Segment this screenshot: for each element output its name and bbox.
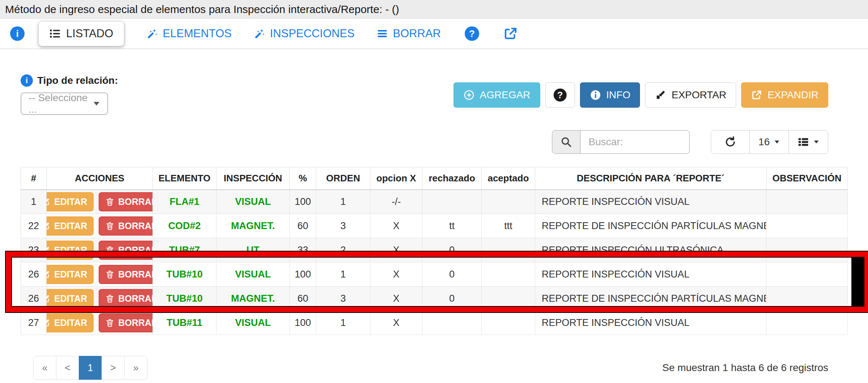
controls-row: i Tipo de relación: -- Seleccione ... AG…: [0, 74, 868, 115]
editar-button[interactable]: EDITAR: [47, 313, 94, 332]
edit-pencil-icon: [47, 294, 51, 303]
cell-elemento: TUB#11: [153, 311, 216, 335]
cell-elemento: TUB#7: [153, 238, 216, 262]
cell-num: 27: [21, 311, 47, 335]
editar-label: EDITAR: [54, 318, 87, 328]
tab-bar: i LISTADO ELEMENTOS: [0, 19, 868, 49]
external-link-icon[interactable]: [503, 26, 518, 41]
trash-icon: [105, 270, 115, 279]
borrar-button[interactable]: BORRAR: [99, 313, 152, 332]
cell-num: 26: [21, 287, 47, 311]
borrar-button[interactable]: BORRAR: [99, 241, 152, 260]
cell-rechazado: 0: [422, 262, 482, 287]
cell-opcion: X: [370, 214, 422, 238]
tab-borrar-label: BORRAR: [393, 27, 441, 40]
cell-opcion: X: [370, 238, 422, 262]
table-row: 23 EDITAR BORRAR TUB#7UT332X0REPORTE INS…: [21, 238, 848, 262]
columns-dropdown[interactable]: [788, 130, 828, 154]
cell-descripcion: REPORTE INSPECCIÓN VISUAL: [535, 262, 766, 287]
table-header: #ACCIONESELEMENTOINSPECCIÓN%ORDENopcion …: [21, 167, 848, 190]
column-header-5: ORDEN: [316, 167, 370, 190]
search-input[interactable]: [581, 131, 689, 153]
cell-pct: 60: [290, 214, 316, 238]
borrar-label: BORRAR: [118, 293, 152, 304]
tab-inspecciones[interactable]: INSPECCIONES: [254, 27, 354, 40]
cell-pct: 60: [290, 287, 316, 311]
list-icon: [50, 28, 60, 39]
tab-elementos[interactable]: ELEMENTOS: [147, 27, 232, 40]
borrar-button[interactable]: BORRAR: [99, 265, 152, 284]
table-body: 1 EDITAR BORRAR FLA#1VISUAL1001-/-REPORT…: [21, 190, 848, 335]
cell-rechazado: 0: [422, 287, 482, 311]
tab-borrar[interactable]: BORRAR: [377, 27, 441, 40]
borrar-button[interactable]: BORRAR: [99, 192, 152, 211]
trash-icon: [105, 197, 115, 206]
records-table: #ACCIONESELEMENTOINSPECCIÓN%ORDENopcion …: [21, 167, 848, 335]
edit-pencil-icon: [47, 221, 51, 231]
pagination-next[interactable]: >: [102, 356, 125, 380]
cell-num: 1: [21, 190, 47, 214]
cell-rechazado: 0: [422, 238, 482, 262]
relation-type-select-value: -- Seleccione ...: [29, 92, 93, 115]
borrar-button[interactable]: BORRAR: [99, 216, 152, 236]
cell-observacion: [766, 238, 848, 262]
cell-orden: 2: [316, 238, 370, 262]
pagination-last[interactable]: »: [124, 356, 147, 380]
cell-elemento: FLA#1: [153, 190, 216, 214]
editar-button[interactable]: EDITAR: [47, 265, 94, 284]
table-row: 22 EDITAR BORRAR COD#2MAGNET.603XtttttRE…: [21, 214, 848, 238]
info-circle-icon[interactable]: i: [10, 26, 25, 41]
info-button[interactable]: INFO: [580, 82, 640, 108]
pagination-page-1[interactable]: 1: [79, 356, 102, 380]
editar-button[interactable]: EDITAR: [47, 216, 94, 236]
caret-down-icon: [813, 140, 819, 144]
cell-inspeccion: VISUAL: [216, 311, 290, 335]
column-header-9: DESCRIPCIÓN PARA ´REPORTE´: [535, 167, 766, 190]
info-label: INFO: [606, 89, 631, 101]
agregar-button[interactable]: AGREGAR: [454, 82, 540, 108]
tab-inspecciones-label: INSPECCIONES: [270, 27, 354, 40]
cell-observacion: [766, 287, 848, 311]
tab-elementos-label: ELEMENTOS: [163, 27, 232, 40]
editar-button[interactable]: EDITAR: [47, 241, 94, 260]
cell-observacion: [766, 311, 848, 335]
cell-actions: EDITAR BORRAR: [47, 190, 153, 214]
row-actions: EDITAR BORRAR: [51, 216, 148, 236]
pagination-first[interactable]: «: [33, 356, 56, 380]
help-circle-icon[interactable]: ?: [465, 26, 479, 41]
tab-listado[interactable]: LISTADO: [38, 21, 124, 46]
columns-icon: [798, 136, 809, 148]
cell-pct: 100: [290, 311, 316, 335]
search-icon[interactable]: [553, 131, 581, 153]
cell-descripcion: REPORTE DE INSPECCIÓN PARTÍCULAS MAGNÉTI…: [535, 287, 766, 311]
cell-orden: 3: [316, 214, 370, 238]
expandir-button[interactable]: EXPANDIR: [741, 82, 828, 108]
cell-elemento: TUB#10: [153, 287, 216, 311]
column-header-10: OBSERVACIÓN: [766, 167, 848, 190]
relation-filter-label-row: i Tipo de relación:: [21, 74, 118, 87]
page-size-dropdown[interactable]: 16: [749, 130, 789, 154]
cell-observacion: [766, 190, 848, 214]
table-row: 1 EDITAR BORRAR FLA#1VISUAL1001-/-REPORT…: [21, 190, 848, 214]
export-icon: [655, 89, 666, 101]
refresh-button[interactable]: [711, 130, 750, 154]
cell-pct: 33: [290, 238, 316, 262]
trash-icon: [105, 294, 115, 303]
cell-inspeccion: MAGNET.: [216, 287, 290, 311]
relation-filter-label: Tipo de relación:: [37, 75, 118, 86]
edit-pencil-icon: [47, 245, 51, 255]
cell-actions: EDITAR BORRAR: [47, 311, 153, 335]
relation-type-select[interactable]: -- Seleccione ...: [21, 92, 108, 115]
cell-opcion: X: [370, 311, 422, 335]
cell-aceptado: [482, 287, 535, 311]
caret-down-icon: [774, 140, 780, 144]
exportar-button[interactable]: EXPORTAR: [645, 82, 736, 108]
editar-button[interactable]: EDITAR: [47, 289, 94, 308]
column-header-1: ACCIONES: [47, 167, 153, 190]
window-title-bar: Método de ingreso especial de elementos …: [0, 0, 868, 19]
borrar-label: BORRAR: [118, 197, 152, 207]
editar-button[interactable]: EDITAR: [47, 192, 94, 211]
pagination-prev[interactable]: <: [56, 356, 79, 380]
help-button[interactable]: ?: [545, 82, 575, 108]
borrar-button[interactable]: BORRAR: [99, 289, 152, 308]
